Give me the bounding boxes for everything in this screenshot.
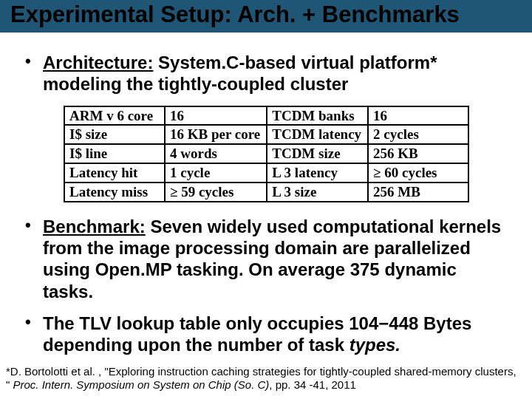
footnote-em: Proc. Intern. Symposium on System on Chi…	[13, 378, 270, 391]
cell-val: ≥ 59 cycles	[165, 183, 267, 202]
footnote-post: , pp. 34 -41, 2011	[269, 378, 356, 391]
slide-body: Architecture: System.C-based virtual pla…	[0, 33, 532, 355]
table-row: Latency miss ≥ 59 cycles L 3 size 256 MB	[64, 183, 468, 202]
cell-val: 16 KB per core	[165, 125, 267, 144]
cell-key: Latency miss	[64, 183, 165, 202]
spec-table-wrap: ARM v 6 core 16 TCDM banks 16 I$ size 16…	[64, 106, 511, 202]
cell-val: 16	[368, 106, 468, 126]
bullet-architecture: Architecture: System.C-based virtual pla…	[38, 52, 511, 95]
cell-key: TCDM banks	[267, 106, 368, 126]
table-row: I$ line 4 words TCDM size 256 KB	[64, 144, 468, 163]
cell-val: 1 cycle	[165, 163, 267, 183]
bullet-architecture-label: Architecture:	[43, 52, 153, 72]
bullet-list: Architecture: System.C-based virtual pla…	[21, 52, 511, 95]
footnote: *D. Bortolotti et al. , "Exploring instr…	[6, 365, 523, 392]
slide-title: Experimental Setup: Arch. + Benchmarks	[0, 1, 532, 28]
bullet-tlv: The TLV lookup table only occupies 104−4…	[38, 313, 511, 356]
bullet-benchmark: Benchmark: Seven widely used computation…	[38, 216, 511, 302]
cell-val: 256 MB	[368, 183, 468, 202]
bullet-tlv-em: types.	[349, 335, 400, 355]
cell-key: Latency hit	[64, 163, 165, 183]
cell-key: TCDM latency	[267, 125, 368, 144]
table-row: Latency hit 1 cycle L 3 latency ≥ 60 cyc…	[64, 163, 468, 183]
bullet-tlv-pre: The TLV lookup table only occupies 104−4…	[43, 313, 471, 355]
cell-val: 2 cycles	[368, 125, 468, 144]
cell-val: 4 words	[165, 144, 267, 163]
bullet-benchmark-label: Benchmark:	[43, 216, 146, 236]
cell-val: 16	[165, 106, 267, 126]
slide: Experimental Setup: Arch. + Benchmarks A…	[0, 0, 532, 399]
cell-key: L 3 latency	[267, 163, 368, 183]
cell-key: I$ size	[64, 125, 165, 144]
title-bar: Experimental Setup: Arch. + Benchmarks	[0, 0, 532, 33]
bullet-list-2: Benchmark: Seven widely used computation…	[21, 216, 511, 356]
cell-val: ≥ 60 cycles	[368, 163, 468, 183]
cell-key: I$ line	[64, 144, 165, 163]
table-row: ARM v 6 core 16 TCDM banks 16	[64, 106, 468, 126]
spec-table: ARM v 6 core 16 TCDM banks 16 I$ size 16…	[64, 106, 469, 202]
cell-key: ARM v 6 core	[64, 106, 165, 126]
table-row: I$ size 16 KB per core TCDM latency 2 cy…	[64, 125, 468, 144]
cell-val: 256 KB	[368, 144, 468, 163]
cell-key: TCDM size	[267, 144, 368, 163]
cell-key: L 3 size	[267, 183, 368, 202]
